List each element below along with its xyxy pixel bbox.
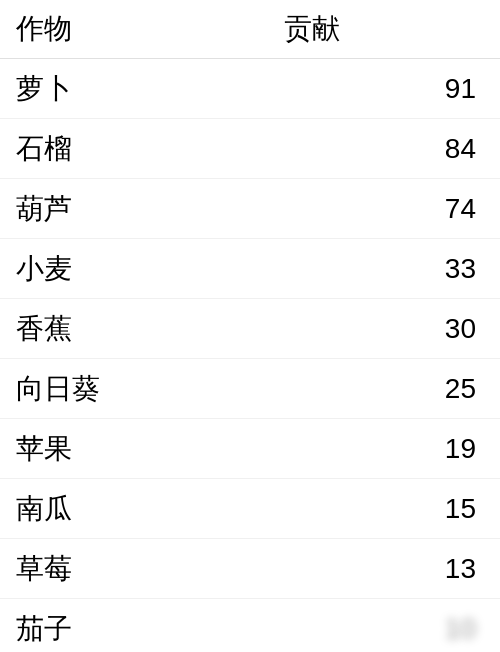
cell-contribution: 91 xyxy=(284,73,484,105)
table-row: 草莓13 xyxy=(0,539,500,599)
table-row: 葫芦74 xyxy=(0,179,500,239)
cell-contribution: 84 xyxy=(284,133,484,165)
cell-contribution: 10 xyxy=(284,613,484,645)
cell-crop: 葫芦 xyxy=(16,190,284,228)
table-row: 南瓜15 xyxy=(0,479,500,539)
cell-contribution: 15 xyxy=(284,493,484,525)
cell-contribution: 74 xyxy=(284,193,484,225)
table-row: 向日葵25 xyxy=(0,359,500,419)
cell-contribution: 13 xyxy=(284,553,484,585)
table-row: 苹果19 xyxy=(0,419,500,479)
table-header: 作物 贡献 xyxy=(0,0,500,59)
cell-contribution: 30 xyxy=(284,313,484,345)
cell-crop: 萝卜 xyxy=(16,70,284,108)
cell-crop: 苹果 xyxy=(16,430,284,468)
table-row: 萝卜91 xyxy=(0,59,500,119)
cell-crop: 南瓜 xyxy=(16,490,284,528)
cell-contribution: 33 xyxy=(284,253,484,285)
table-row: 香蕉30 xyxy=(0,299,500,359)
cell-crop: 小麦 xyxy=(16,250,284,288)
table-row: 茄子10 xyxy=(0,599,500,652)
cell-contribution: 19 xyxy=(284,433,484,465)
table-row: 石榴84 xyxy=(0,119,500,179)
header-contribution: 贡献 xyxy=(284,10,484,48)
header-crop: 作物 xyxy=(16,10,284,48)
table-row: 小麦33 xyxy=(0,239,500,299)
cell-contribution: 25 xyxy=(284,373,484,405)
cell-crop: 向日葵 xyxy=(16,370,284,408)
crop-contribution-table: 作物 贡献 萝卜91石榴84葫芦74小麦33香蕉30向日葵25苹果19南瓜15草… xyxy=(0,0,500,652)
cell-crop: 草莓 xyxy=(16,550,284,588)
cell-crop: 香蕉 xyxy=(16,310,284,348)
cell-crop: 茄子 xyxy=(16,610,284,648)
cell-crop: 石榴 xyxy=(16,130,284,168)
